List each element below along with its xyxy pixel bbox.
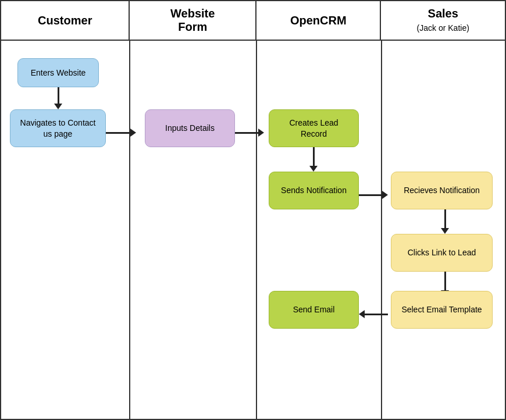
- header-sales: Sales(Jack or Katie): [381, 1, 505, 40]
- lane-opencrm: Creates Lead Record Sends Notification S…: [257, 41, 382, 419]
- header-webform: WebsiteForm: [130, 1, 256, 40]
- box-receives-notification: Recieves Notification: [391, 172, 493, 209]
- header-row: Customer WebsiteForm OpenCRM Sales(Jack …: [1, 1, 505, 41]
- header-customer: Customer: [1, 1, 130, 40]
- box-inputs-details: Inputs Details: [145, 109, 235, 147]
- box-send-email: Send Email: [269, 291, 359, 329]
- body-row: Enters Website Navigates to Contact us p…: [1, 41, 505, 419]
- header-opencrm: OpenCRM: [256, 1, 382, 40]
- arrow-creates-to-sends: [308, 147, 319, 172]
- arrow-receives-to-clicks: [439, 209, 451, 234]
- lane-webform: Inputs Details: [130, 41, 257, 419]
- box-sends-notification: Sends Notification: [269, 172, 359, 209]
- box-enters-website: Enters Website: [17, 58, 99, 87]
- lane-sales: Recieves Notification Clicks Link to Lea…: [382, 41, 506, 419]
- box-clicks-link: Clicks Link to Lead: [391, 234, 493, 272]
- arrow-enters-to-navigates: [52, 87, 64, 109]
- lane-customer: Enters Website Navigates to Contact us p…: [1, 41, 130, 419]
- box-creates-lead: Creates Lead Record: [269, 109, 359, 147]
- box-navigates: Navigates to Contact us page: [10, 109, 106, 147]
- box-select-template: Select Email Template: [391, 291, 493, 329]
- diagram: Customer WebsiteForm OpenCRM Sales(Jack …: [0, 0, 506, 420]
